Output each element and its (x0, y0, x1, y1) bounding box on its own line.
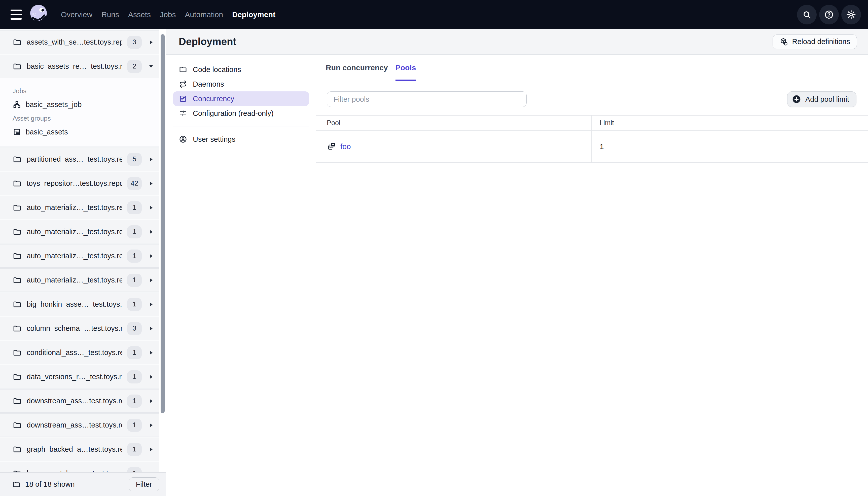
sidebar-repo-row[interactable]: big_honkin_asse…_test.toys.rep1 (0, 293, 159, 316)
folder-icon (12, 480, 21, 489)
repo-name: auto_materializ…_test.toys.repo (27, 203, 122, 212)
add-pool-limit-button[interactable]: Add pool limit (787, 91, 856, 107)
folder-icon (13, 348, 22, 357)
subnav-item-concurrency[interactable]: Concurrency (173, 91, 309, 106)
sidebar-repo-row[interactable]: partitioned_ass…_test.toys.rep5 (0, 148, 159, 171)
help-icon[interactable] (819, 5, 839, 25)
chevron-right-icon[interactable] (147, 423, 155, 427)
repo-name: conditional_ass…_test.toys.repo (27, 348, 122, 357)
topnav-item-overview[interactable]: Overview (61, 10, 92, 19)
chevron-right-icon[interactable] (147, 327, 155, 330)
settings-icon[interactable] (841, 5, 861, 25)
primary-nav: Overview Runs Assets Jobs Automation Dep… (61, 10, 275, 19)
chevron-right-icon[interactable] (147, 447, 155, 451)
sidebar-repo-row[interactable]: downstream_ass…test.toys.rep1 (0, 414, 159, 437)
sidebar-repo-row[interactable]: auto_materializ…_test.toys.repo1 (0, 196, 159, 219)
tab-run-concurrency[interactable]: Run concurrency (326, 55, 388, 81)
subnav-label: User settings (193, 135, 235, 143)
repo-name: basic_assets_re…_test.toys.rep (27, 62, 122, 71)
topnav-item-deployment[interactable]: Deployment (232, 10, 275, 19)
sidebar-repo-row[interactable]: basic_assets_re…_test.toys.rep2 (0, 55, 159, 78)
chevron-right-icon[interactable] (147, 157, 155, 161)
chevron-down-icon[interactable] (147, 65, 155, 68)
sidebar-repo-row[interactable]: auto_materializ…_test.toys.repo1 (0, 244, 159, 268)
subnav-item-code-locations[interactable]: Code locations (173, 62, 309, 77)
subnav-item-user-settings[interactable]: User settings (173, 132, 309, 146)
pools-controls: Add pool limit (316, 91, 868, 107)
sidebar-scrollbar-thumb[interactable] (161, 34, 164, 413)
chevron-right-icon[interactable] (147, 40, 155, 44)
folder-icon (13, 469, 22, 472)
subnav-item-daemons[interactable]: Daemons (173, 77, 309, 91)
column-header-pool: Pool (327, 119, 340, 127)
user-icon (179, 135, 187, 143)
repo-name: downstream_ass…test.toys.rep (27, 421, 122, 429)
repo-block: long_asset_keys…_test.toys.rep1 (0, 462, 159, 472)
search-icon[interactable] (797, 5, 817, 25)
folder-icon (13, 397, 22, 406)
chevron-right-icon[interactable] (147, 399, 155, 403)
topnav-item-assets[interactable]: Assets (128, 10, 151, 19)
repo-name: data_versions_r…_test.toys.rep (27, 373, 122, 381)
top-navigation-bar: Overview Runs Assets Jobs Automation Dep… (0, 0, 868, 29)
repo-name: downstream_ass…test.toys.rep (27, 397, 122, 405)
sidebar-repo-row[interactable]: assets_with_se…test.toys.repo3 (0, 30, 159, 54)
reload-cube-icon (779, 37, 788, 46)
list-item[interactable]: basic_assets (13, 125, 154, 139)
chevron-right-icon[interactable] (147, 182, 155, 186)
folder-icon (13, 421, 22, 430)
filter-pools-input[interactable] (327, 91, 527, 107)
folder-icon (13, 179, 22, 188)
reload-definitions-label: Reload definitions (792, 37, 850, 46)
table-row: foo 1 (316, 131, 868, 162)
sidebar-repo-row[interactable]: conditional_ass…_test.toys.repo1 (0, 341, 159, 364)
sidebar-repo-row[interactable]: auto_materializ…_test.toys.repo1 (0, 268, 159, 292)
topnav-item-jobs[interactable]: Jobs (160, 10, 176, 19)
chevron-right-icon[interactable] (147, 375, 155, 379)
chevron-right-icon[interactable] (147, 351, 155, 355)
sliders-icon (179, 109, 187, 118)
chevron-right-icon[interactable] (147, 278, 155, 282)
sidebar-repo-row[interactable]: auto_materializ…_test.toys.repo1 (0, 220, 159, 244)
pool-limit-value: 1 (600, 142, 604, 151)
sidebar-repo-row[interactable]: column_schema_…test.toys.rep3 (0, 317, 159, 340)
repo-block: big_honkin_asse…_test.toys.rep1 (0, 293, 159, 316)
repo-block: auto_materializ…_test.toys.repo1 (0, 220, 159, 244)
subnav-label: Concurrency (193, 95, 234, 103)
repo-name: auto_materializ…_test.toys.repo (27, 228, 122, 236)
dagster-octopus-logo[interactable] (29, 4, 48, 25)
chevron-right-icon[interactable] (147, 230, 155, 234)
pool-link-foo[interactable]: foo (340, 142, 351, 151)
sidebar-repo-row[interactable]: long_asset_keys…_test.toys.rep1 (0, 462, 159, 472)
subnav-item-configuration[interactable]: Configuration (read-only) (173, 106, 309, 121)
sidebar-repo-row[interactable]: toys_repositor…test.toys.repo42 (0, 172, 159, 195)
chevron-right-icon[interactable] (147, 206, 155, 210)
repo-count-badge: 5 (127, 153, 142, 166)
chevron-right-icon[interactable] (147, 303, 155, 306)
sidebar-scrollbar-track[interactable] (159, 29, 166, 472)
folder-icon (13, 372, 22, 382)
tab-pools[interactable]: Pools (395, 55, 416, 81)
repo-name: assets_with_se…test.toys.repo (27, 38, 122, 46)
repo-count-badge: 2 (127, 60, 142, 73)
reload-definitions-button[interactable]: Reload definitions (773, 34, 857, 49)
filter-button[interactable]: Filter (129, 477, 159, 491)
repo-count-badge: 1 (127, 201, 142, 214)
chevron-right-icon[interactable] (147, 254, 155, 258)
topnav-item-runs[interactable]: Runs (101, 10, 119, 19)
menu-icon[interactable] (11, 10, 22, 20)
sidebar-repo-row[interactable]: downstream_ass…test.toys.rep1 (0, 389, 159, 413)
list-item[interactable]: basic_assets_job (13, 97, 154, 111)
sidebar-repo-row[interactable]: data_versions_r…_test.toys.rep1 (0, 365, 159, 388)
section-label: Jobs (13, 87, 154, 95)
repo-block: toys_repositor…test.toys.repo42 (0, 172, 159, 195)
sidebar-repo-row[interactable]: graph_backed_a…test.toys.repo1 (0, 438, 159, 461)
repo-count-badge: 1 (127, 370, 142, 384)
repo-block: graph_backed_a…test.toys.repo1 (0, 438, 159, 461)
repo-block: column_schema_…test.toys.rep3 (0, 317, 159, 340)
repo-count-badge: 1 (127, 225, 142, 238)
repo-count-badge: 1 (127, 346, 142, 359)
folder-icon (13, 276, 22, 285)
repo-count-badge: 1 (127, 298, 142, 311)
topnav-item-automation[interactable]: Automation (185, 10, 223, 19)
